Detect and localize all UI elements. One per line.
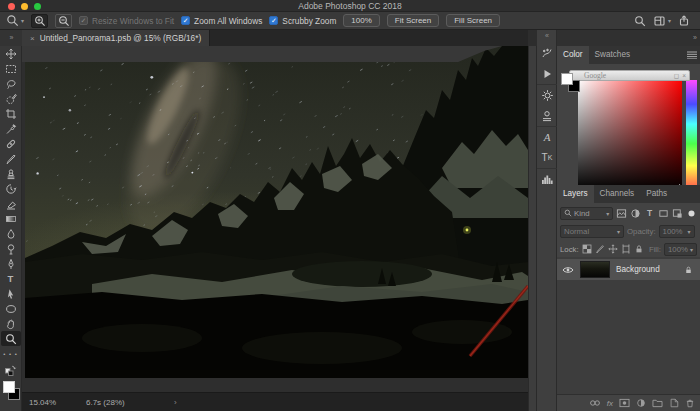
move-tool[interactable] bbox=[0, 46, 22, 61]
tab-channels[interactable]: Channels bbox=[594, 185, 641, 203]
brush-settings-panel-icon[interactable] bbox=[537, 42, 557, 63]
close-icon[interactable]: × bbox=[682, 72, 686, 79]
lock-transparency-icon[interactable] bbox=[582, 243, 592, 256]
new-group-icon[interactable] bbox=[652, 398, 663, 408]
lock-pixels-icon[interactable] bbox=[595, 243, 605, 256]
lock-position-icon[interactable] bbox=[608, 243, 618, 256]
layers-filter-row: Kind ▾ T bbox=[557, 204, 700, 222]
actions-panel-icon[interactable] bbox=[537, 63, 557, 84]
search-icon bbox=[564, 209, 572, 217]
saturation-brightness-field[interactable] bbox=[578, 80, 682, 190]
tab-close-icon[interactable]: × bbox=[30, 34, 35, 43]
document-tab[interactable]: × Untitled_Panorama1.psb @ 15% (RGB/16*) bbox=[22, 30, 210, 46]
share-icon[interactable] bbox=[678, 14, 690, 27]
shape-tool[interactable] bbox=[0, 301, 22, 316]
opacity-value: 100% bbox=[663, 227, 686, 236]
zoom-100-button[interactable]: 100% bbox=[343, 14, 379, 27]
zoom-all-windows-checkbox[interactable]: ✓ Zoom All Windows bbox=[181, 16, 262, 26]
zoom-out-icon bbox=[58, 15, 70, 27]
visibility-eye-icon[interactable] bbox=[562, 265, 574, 275]
zoom-in-button[interactable] bbox=[31, 14, 48, 28]
hue-slider[interactable] bbox=[686, 80, 697, 190]
default-and-swap-colors-icon[interactable] bbox=[4, 364, 17, 376]
crop-tool[interactable] bbox=[0, 106, 22, 121]
chevron-down-icon: ▾ bbox=[690, 246, 693, 253]
zoom-out-button[interactable] bbox=[55, 14, 72, 28]
resize-windows-checkbox[interactable]: ✓ Resize Windows to Fit bbox=[79, 16, 174, 26]
foreground-color-swatch[interactable] bbox=[3, 381, 15, 393]
fill-value: 100% bbox=[668, 245, 688, 254]
blend-opacity-row: Normal ▾ Opacity: 100% ▾ bbox=[557, 222, 700, 240]
dodge-tool[interactable] bbox=[0, 241, 22, 256]
blur-tool[interactable] bbox=[0, 226, 22, 241]
edit-toolbar-icon[interactable]: • • • bbox=[3, 351, 18, 357]
filter-type-layers-icon[interactable]: T bbox=[644, 207, 655, 220]
dock-collapse-icon[interactable]: « bbox=[537, 30, 556, 42]
delete-layer-icon[interactable] bbox=[685, 398, 695, 408]
maximize-icon[interactable]: ◻ bbox=[674, 72, 679, 80]
type-tool[interactable]: T bbox=[0, 271, 22, 286]
new-layer-icon[interactable] bbox=[669, 398, 679, 408]
eyedropper-tool[interactable] bbox=[0, 121, 22, 136]
path-selection-tool[interactable] bbox=[0, 286, 22, 301]
filter-adjustment-layers-icon[interactable] bbox=[630, 207, 641, 220]
panels-collapse-icon[interactable]: » bbox=[557, 30, 700, 46]
blend-mode-select[interactable]: Normal ▾ bbox=[560, 225, 624, 238]
pen-tool[interactable] bbox=[0, 256, 22, 271]
link-layers-icon[interactable] bbox=[589, 398, 601, 408]
chevron-down-icon: ▾ bbox=[606, 210, 609, 217]
panorama-image[interactable] bbox=[22, 46, 528, 392]
lock-all-icon[interactable] bbox=[634, 243, 644, 256]
chevron-down-icon: ▾ bbox=[688, 228, 691, 235]
tab-paths[interactable]: Paths bbox=[640, 185, 673, 203]
search-icon[interactable] bbox=[634, 15, 646, 27]
hand-tool[interactable] bbox=[0, 316, 22, 331]
fill-screen-button[interactable]: Fill Screen bbox=[446, 14, 500, 27]
lasso-tool[interactable] bbox=[0, 76, 22, 91]
toolbar-overflow-icon[interactable]: » bbox=[0, 30, 22, 46]
status-chevron-icon[interactable]: › bbox=[174, 398, 177, 407]
filter-pixel-layers-icon[interactable] bbox=[616, 207, 627, 220]
brush-tool[interactable] bbox=[0, 151, 22, 166]
document-canvas-area[interactable] bbox=[22, 46, 528, 392]
google-overlay-window[interactable]: Google ◻ × bbox=[569, 70, 690, 81]
foreground-color-swatch[interactable] bbox=[561, 73, 573, 85]
filter-smart-object-icon[interactable] bbox=[672, 207, 683, 220]
gradient-tool[interactable] bbox=[0, 211, 22, 226]
zoom-tool[interactable] bbox=[1, 331, 21, 346]
workspace-switcher[interactable]: ▾ bbox=[653, 15, 671, 27]
type-filter-glyph: T bbox=[647, 207, 652, 219]
fit-screen-button[interactable]: Fit Screen bbox=[387, 14, 439, 27]
document-status-bar: 15.04% 6.7s (28%) › bbox=[22, 392, 528, 411]
quick-selection-tool[interactable] bbox=[0, 91, 22, 106]
scrubby-zoom-checkbox[interactable]: ✓ Scrubby Zoom bbox=[269, 16, 336, 26]
tk-panel-icon[interactable]: TK bbox=[537, 147, 557, 168]
opacity-select[interactable]: 100% ▾ bbox=[659, 225, 695, 238]
character-panel-icon[interactable]: A bbox=[537, 126, 557, 147]
kind-filter-dropdown[interactable]: Kind ▾ bbox=[560, 207, 613, 220]
fill-select[interactable]: 100% ▾ bbox=[664, 243, 697, 256]
clone-stamp-tool[interactable] bbox=[0, 166, 22, 181]
filter-shape-layers-icon[interactable] bbox=[658, 207, 669, 220]
eraser-tool[interactable] bbox=[0, 196, 22, 211]
tools-panel: T • • • bbox=[0, 46, 22, 411]
history-brush-tool[interactable] bbox=[0, 181, 22, 196]
vertical-scrollbar[interactable] bbox=[528, 46, 537, 411]
histogram-panel-icon[interactable] bbox=[537, 168, 557, 189]
type-tool-glyph: T bbox=[8, 273, 14, 285]
adjustments-panel-icon[interactable] bbox=[537, 84, 557, 105]
tool-preset-picker[interactable]: ▾ bbox=[6, 14, 24, 27]
new-adjustment-layer-icon[interactable] bbox=[636, 398, 646, 408]
libraries-panel-icon[interactable] bbox=[537, 105, 557, 126]
marquee-tool[interactable] bbox=[0, 61, 22, 76]
lock-artboard-icon[interactable] bbox=[621, 243, 631, 256]
status-zoom-field[interactable]: 15.04% bbox=[29, 398, 56, 407]
layer-thumbnail[interactable] bbox=[580, 261, 610, 278]
tab-layers[interactable]: Layers bbox=[557, 185, 594, 203]
filter-toggle-icon[interactable] bbox=[686, 207, 697, 220]
lock-label: Lock: bbox=[560, 245, 579, 254]
layer-style-icon[interactable]: fx bbox=[607, 399, 613, 408]
spot-healing-brush-tool[interactable] bbox=[0, 136, 22, 151]
layer-row-background[interactable]: Background bbox=[557, 259, 700, 280]
add-layer-mask-icon[interactable] bbox=[619, 398, 630, 408]
